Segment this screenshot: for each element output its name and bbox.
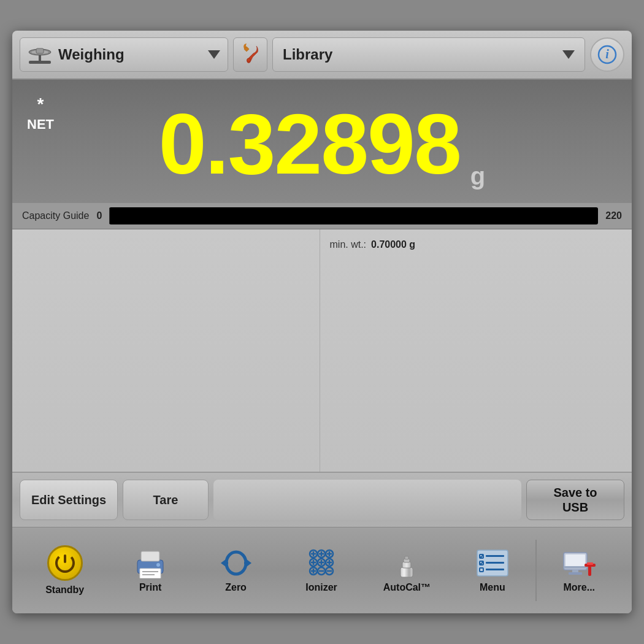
top-bar: Weighing Library i [12,31,632,80]
data-area: min. wt.: 0.70000 g [12,229,632,472]
buttons-row: Edit Settings Tare Save toUSB [12,472,632,527]
standby-icon [47,545,83,581]
net-label: NET [27,117,54,132]
ionizer-label: Ionizer [305,582,337,593]
standby-button[interactable]: Standby [22,534,107,607]
weighing-dropdown-arrow [208,50,220,59]
min-wt-row: min. wt.: 0.70000 g [330,237,623,253]
zero-icon [218,548,254,578]
zero-label: Zero [225,582,247,593]
weight-unit: g [470,163,485,196]
menu-icon [475,548,510,578]
more-icon [561,548,597,578]
bottom-bar: Standby Print [12,527,632,613]
save-usb-label: Save toUSB [553,485,597,515]
print-button[interactable]: Print [107,534,193,607]
svg-rect-21 [244,562,249,564]
capacity-guide-label: Capacity Guide [22,210,89,221]
capacity-max-value: 220 [605,210,622,221]
more-button[interactable]: More... [537,534,622,607]
save-usb-button[interactable]: Save toUSB [526,480,624,520]
ionizer-icon [304,548,339,578]
autocal-button[interactable]: AutoCal™ [364,534,450,607]
menu-label: Menu [480,582,505,593]
svg-rect-50 [405,556,408,559]
svg-rect-60 [564,566,587,569]
capacity-bar [109,207,598,224]
library-dropdown-arrow [562,50,575,59]
svg-point-5 [247,58,251,62]
button-spacer [213,480,521,520]
print-icon [132,548,168,578]
svg-rect-0 [29,61,51,64]
asterisk-indicator: * [37,94,44,114]
svg-text:i: i [605,47,609,61]
info-button[interactable]: i [590,37,624,72]
svg-rect-62 [569,572,582,575]
svg-rect-55 [486,562,504,564]
svg-rect-64 [588,566,591,576]
more-label: More... [563,582,595,593]
library-label: Library [283,46,556,63]
menu-button[interactable]: Menu [450,534,535,607]
tare-button[interactable]: Tare [123,480,209,520]
weighing-label: Weighing [58,46,202,63]
wrench-icon [239,44,261,66]
svg-rect-65 [587,562,593,565]
svg-point-17 [226,552,246,574]
data-left-panel [12,229,320,472]
svg-rect-47 [401,567,413,577]
min-wt-label: min. wt.: [330,239,367,250]
scale-icon [28,44,52,66]
svg-point-16 [156,563,160,567]
autocal-label: AutoCal™ [383,582,431,593]
weight-value-row: 0.32898 g [25,92,619,196]
svg-rect-4 [36,48,44,53]
capacity-min-value: 0 [96,210,102,221]
min-wt-value: 0.70000 g [371,239,415,250]
weight-labels: * NET [27,94,54,132]
svg-rect-10 [64,554,66,563]
capacity-bar-fill [109,207,110,224]
svg-rect-12 [141,551,159,561]
info-icon: i [597,45,617,64]
autocal-icon [389,548,424,578]
capacity-guide: Capacity Guide 0 220 [12,202,632,229]
svg-rect-53 [486,555,504,557]
data-right-panel: min. wt.: 0.70000 g [320,229,632,472]
weight-value: 0.32898 [159,101,461,187]
edit-settings-button[interactable]: Edit Settings [20,480,118,520]
svg-rect-15 [142,574,155,575]
svg-rect-57 [486,569,504,570]
weighing-dropdown[interactable]: Weighing [20,37,228,72]
library-dropdown[interactable]: Library [272,37,585,72]
svg-rect-59 [565,554,585,567]
svg-rect-13 [140,569,161,578]
ionizer-button[interactable]: Ionizer [278,534,364,607]
svg-rect-14 [142,571,158,572]
zero-button[interactable]: Zero [193,534,278,607]
svg-rect-19 [223,562,228,564]
standby-label: Standby [45,585,84,596]
print-label: Print [139,582,161,593]
weight-display: * NET 0.32898 g [12,80,632,202]
main-screen: Weighing Library i * NET [12,31,632,613]
wrench-button[interactable] [233,37,267,72]
